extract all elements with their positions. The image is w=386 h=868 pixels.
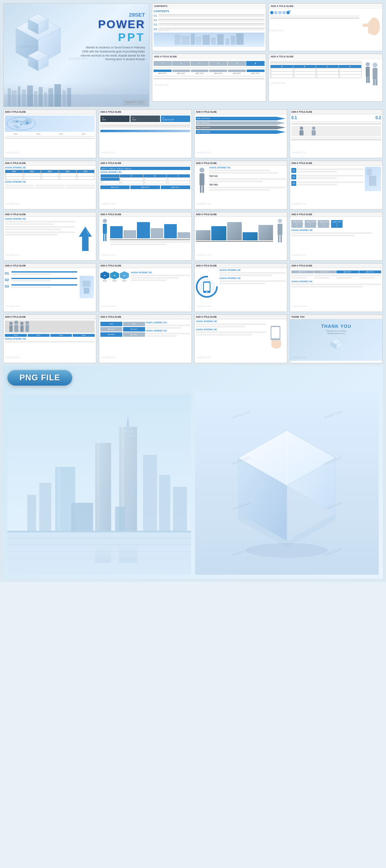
svg-rect-71	[84, 288, 89, 294]
slide-card-dark-boxes[interactable]: ADD A TITLE SLIDE ▪▪▪TEXT ▪▪▪TEXT ▪▪▪CLI…	[99, 109, 192, 158]
svg-rect-24	[191, 34, 195, 45]
slide-card-circular-phone[interactable]: ADD A TITLE SLIDE	[194, 263, 287, 312]
svg-rect-35	[373, 25, 376, 34]
slide-table-body: ASADAL INTERNET, INC. TEXTTEXTTEXTTEXTTE…	[4, 166, 96, 207]
svg-rect-102	[128, 435, 130, 436]
slide-card-bar-person[interactable]: ADD A TITLE SLIDE	[194, 212, 287, 261]
svg-rect-55	[200, 173, 204, 185]
slide-numbered-body: 01 02 03	[290, 166, 382, 207]
svg-rect-82	[20, 325, 24, 332]
slide-card-text-boxes[interactable]: ADD A TITLE SLIDE ADD TEXT ADD TEXT ADD …	[290, 263, 383, 312]
hand-slide-body: T	[269, 9, 382, 48]
slide-card-text-grid[interactable]: ADD A TITLE SLIDE TEXT TEXT BB TEXT BB T…	[99, 314, 192, 363]
svg-rect-13	[22, 89, 26, 107]
hero-right-slides: CONTENTS CONTENTS 01 02 03 04	[152, 3, 383, 107]
slide-card-01-03[interactable]: ADD A TITLE SLIDE 01 02 03	[3, 263, 96, 312]
slide-card-person-bars[interactable]: ADD A TITLE SLIDE	[99, 212, 192, 261]
slide-card-dark-body: ▪▪▪TEXT ▪▪▪TEXT ▪▪▪CLICK TO TEXT anadal.…	[99, 114, 191, 156]
slide-card-people-group[interactable]: ADD A TITLE SLIDE	[3, 314, 96, 363]
svg-rect-80	[14, 325, 18, 332]
svg-point-52	[312, 126, 315, 130]
svg-rect-111	[27, 495, 36, 530]
slide-card-hand-tablet[interactable]: ADD A TITLE SLIDE ASADAL INTERNET, INC. …	[194, 314, 287, 363]
slides-row-4: ADD A TITLE SLIDE 01 02 03	[3, 263, 383, 312]
svg-rect-22	[175, 35, 181, 45]
slide-card-person-left[interactable]: ADD A TITLE SLIDE ASADAL INTERNET, INC.	[194, 161, 287, 209]
svg-rect-15	[34, 91, 37, 107]
svg-rect-101	[125, 435, 127, 436]
slide-hand-finger[interactable]: ADD A TITLE SLIDE	[269, 3, 383, 51]
main-container: 29SET POWER PPT Started its business in …	[0, 0, 386, 582]
svg-point-50	[300, 126, 303, 130]
png-preview-area: anadal.comanadal.com anadal.comanadal.co…	[7, 392, 379, 575]
slide-person-title: ADD A TITLE SLIDE	[195, 161, 287, 166]
svg-point-79	[14, 321, 18, 325]
slide-blue-table-title: ADD A TITLE SLIDE	[99, 161, 191, 166]
slide-card-data-points[interactable]: ADD A TITLE SLIDE 0.1 0.2	[290, 109, 383, 158]
slide-numbered-steps[interactable]: ADD A TITLE SLIDE 1 2 3 4 5 6	[152, 54, 266, 102]
slide-card-blue-table[interactable]: ADD A TITLE SLIDE STEP #1 STEP #2 STEP #…	[99, 161, 192, 209]
svg-rect-116	[7, 531, 191, 532]
svg-rect-33	[368, 22, 371, 34]
svg-point-76	[206, 292, 208, 293]
slide-blue-table-body: STEP #1 STEP #2 STEP #3 STEP #4 ASADAL I…	[99, 166, 191, 207]
svg-point-49	[20, 124, 22, 125]
svg-rect-34	[371, 23, 374, 34]
svg-rect-45	[375, 79, 377, 85]
people-table-body: ABCD ▪▪▪▪ ▪▪▪▪ ▪▪▪▪	[269, 59, 382, 99]
svg-rect-11	[12, 90, 17, 107]
svg-rect-115	[115, 507, 125, 531]
svg-point-77	[9, 322, 13, 325]
svg-rect-39	[366, 67, 370, 77]
svg-rect-28	[217, 34, 224, 45]
svg-point-62	[103, 219, 107, 223]
slide-card-numbered-items[interactable]: ADD A TITLE SLIDE 01 02 03	[290, 161, 383, 209]
slide-arrow-up-title: ADD A TITLE SLIDE	[4, 212, 96, 217]
slide-add-text-row-title: ADD A TITLE SLIDE	[290, 212, 382, 217]
svg-rect-23	[182, 36, 190, 45]
slide-card-thank-you[interactable]: THANK YOU THANK YOU Thank you for your a…	[290, 314, 383, 363]
slide-text-boxes-title: ADD A TITLE SLIDE	[290, 264, 382, 268]
svg-rect-21	[67, 88, 71, 107]
svg-rect-19	[54, 84, 61, 107]
svg-rect-97	[125, 431, 127, 432]
svg-rect-41	[368, 77, 370, 83]
slide-card-table-data[interactable]: ADD A TITLE SLIDE ASADAL INTERNET, INC. …	[3, 161, 96, 209]
slide-card-map[interactable]: ADD A TITLE SLIDE	[3, 109, 96, 158]
svg-rect-86	[271, 327, 280, 338]
slide-bar-person-body: anadal.com	[195, 217, 287, 258]
slide-person-bars-title: ADD A TITLE SLIDE	[99, 212, 191, 217]
hero-bottom-row: ADD A TITLE SLIDE 1 2 3 4 5 6	[152, 54, 383, 102]
svg-rect-59	[369, 176, 376, 186]
numbered-steps-body: 1 2 3 4 5 6 ADD TEXT ADD TEXT ADD TEXT	[152, 59, 266, 99]
svg-rect-16	[39, 87, 43, 107]
slide-people-table[interactable]: ADD A TITLE SLIDE ABCD ▪▪▪▪ ▪▪▪▪ ▪▪▪▪	[269, 54, 383, 102]
slide-arrow-up-body: ASADAL INTERNET, INC.	[4, 217, 96, 258]
slide-hexagons-body: 01 TEXT 02 TEXT 03 TEXT ASADAL INTERNET,…	[99, 268, 191, 310]
slide-circular-body: ASADAL INTERNET, INC. ASADAL INTERNET, I…	[195, 268, 287, 310]
slides-row-5: ADD A TITLE SLIDE	[3, 314, 383, 363]
slide-card-add-text-row[interactable]: ADD A TITLE SLIDE +ADD TEXT▪▪▪▪▪ › +ADD …	[290, 212, 383, 261]
svg-rect-107	[143, 455, 157, 531]
png-city-preview: anadal.comanadal.com anadal.comanadal.co…	[7, 392, 191, 575]
slide-card-data-body: 0.1 0.2 anadal.com	[290, 114, 382, 156]
svg-marker-60	[79, 227, 92, 251]
slide-thank-you-title: THANK YOU	[290, 315, 382, 319]
slide-hand-tablet-body: ASADAL INTERNET, INC. ASADAL INTERNET, I…	[195, 319, 287, 361]
contents-slide-body: CONTENTS 01 02 03 04	[152, 9, 266, 48]
slide-card-arrow-steps[interactable]: ADD A TITLE SLIDE ADD YOUR TEXT ADD YOUR…	[194, 109, 287, 158]
slide-card-hexagons[interactable]: ADD A TITLE SLIDE 01 TEXT 02 TEXT 03 TEX…	[99, 263, 192, 312]
slide-people-group-body: TEXT TEXT TEXT TEXT AS	[4, 319, 96, 361]
slide-person-bars-body: anadal.com	[99, 217, 191, 258]
slide-contents[interactable]: CONTENTS CONTENTS 01 02 03 04	[152, 3, 266, 51]
svg-rect-98	[128, 431, 130, 432]
svg-rect-109	[57, 469, 61, 531]
slide-people-group-title: ADD A TITLE SLIDE	[4, 315, 96, 319]
svg-point-37	[362, 24, 366, 27]
svg-rect-29	[226, 39, 230, 45]
slide-card-map-title: ADD A TITLE SLIDE	[4, 110, 96, 114]
slide-card-arrow-up[interactable]: ADD A TITLE SLIDE ASADAL INTERNET, INC.	[3, 212, 96, 261]
ppt-text: PPT	[80, 31, 145, 44]
svg-rect-44	[373, 79, 375, 85]
svg-rect-26	[203, 35, 210, 45]
